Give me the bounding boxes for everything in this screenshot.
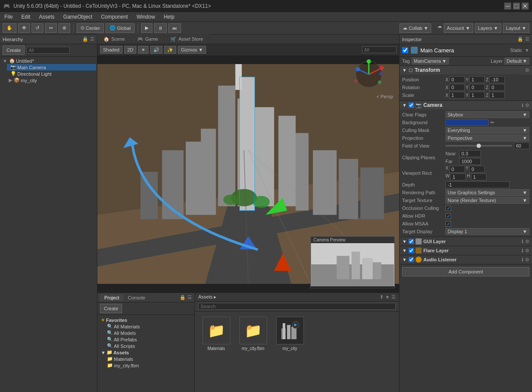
- tree-item-untitled[interactable]: ▼ 🏠 Untitled*: [1, 58, 96, 64]
- assets-menu-icon[interactable]: ☰: [391, 294, 396, 300]
- tree-item-mycity[interactable]: ▶ 📦 my_city: [7, 77, 96, 84]
- transform-header[interactable]: ▼ ⬡ Transform ⚙: [400, 66, 532, 74]
- pos-y-input[interactable]: [469, 76, 485, 83]
- hierarchy-menu-icon[interactable]: ☰: [90, 36, 94, 42]
- background-swatch[interactable]: [445, 119, 489, 125]
- pos-x-input[interactable]: [449, 76, 465, 83]
- assets-materials[interactable]: 📁 Materials: [105, 356, 193, 362]
- near-input[interactable]: [459, 150, 481, 157]
- tool-move[interactable]: ✥: [18, 23, 30, 33]
- favorites-models[interactable]: 🔍 All Models: [105, 330, 193, 336]
- layout-button[interactable]: Layout ▼: [503, 23, 529, 33]
- targettex-dropdown[interactable]: None (Render Texture) ▼: [445, 197, 529, 204]
- vp-y-input[interactable]: [469, 166, 485, 173]
- menu-assets[interactable]: Assets: [35, 13, 59, 21]
- favorites-header[interactable]: ★ Favorites: [99, 317, 193, 323]
- audiolistener-settings-icon[interactable]: ⚙: [525, 257, 529, 263]
- gizmos-button[interactable]: Gizmos ▼: [178, 46, 206, 54]
- tree-item-dirlight[interactable]: 💡 Directional Light: [7, 71, 96, 77]
- inspector-lock-icon[interactable]: 🔒: [517, 36, 523, 42]
- flarelayer-checkbox[interactable]: [409, 248, 414, 253]
- favorites-materials[interactable]: 🔍 All Materials: [105, 323, 193, 330]
- allowmsaa-checkbox[interactable]: ✓: [445, 221, 451, 227]
- guilayer-info-icon[interactable]: ℹ: [522, 239, 523, 244]
- tool-hand[interactable]: ✋: [3, 23, 16, 33]
- asset-materials[interactable]: 📁 Materials: [200, 317, 232, 351]
- fov-input[interactable]: [514, 142, 529, 149]
- assets-search[interactable]: [198, 303, 396, 310]
- projection-dropdown[interactable]: Perspective ▼: [445, 135, 529, 141]
- favorites-scripts[interactable]: 🔍 All Scripts: [105, 343, 193, 349]
- camera-header[interactable]: ▼ 📷 Camera ℹ ⚙: [400, 101, 532, 109]
- renderpath-dropdown[interactable]: Use Graphics Settings ▼: [445, 189, 529, 196]
- flarelayer-info-icon[interactable]: ℹ: [522, 248, 523, 254]
- hierarchy-search[interactable]: [26, 47, 70, 54]
- play-button[interactable]: ▶: [141, 23, 152, 33]
- menu-edit[interactable]: Edit: [17, 13, 35, 21]
- camera-settings-icon[interactable]: ⚙: [525, 103, 529, 108]
- static-dropdown-icon[interactable]: ▼: [525, 48, 529, 53]
- minimize-button[interactable]: ─: [504, 3, 511, 10]
- cullingmask-dropdown[interactable]: Everything ▼: [445, 127, 529, 134]
- scale-z-input[interactable]: [489, 92, 505, 99]
- menu-window[interactable]: Window: [132, 13, 159, 21]
- scene-area[interactable]: Shaded 2D ☀ 🔊 ✨ Gizmos ▼: [97, 44, 399, 292]
- clearflags-dropdown[interactable]: Skybox ▼: [445, 111, 529, 118]
- tree-item-maincamera[interactable]: 📷 Main Camera: [7, 64, 96, 71]
- vp-w-input[interactable]: [450, 174, 466, 180]
- tab-game[interactable]: 🎮 Game: [131, 34, 164, 44]
- fov-slider-track[interactable]: [445, 145, 512, 147]
- maximize-button[interactable]: □: [513, 3, 520, 10]
- assets-mycityfbm[interactable]: 📁 my_city.fbm: [105, 362, 193, 369]
- assets-sync-icon[interactable]: ⬆: [380, 294, 384, 300]
- asset-mycity[interactable]: my_city: [274, 317, 306, 351]
- menu-file[interactable]: File: [0, 13, 17, 21]
- hierarchy-create-button[interactable]: Create: [3, 45, 25, 55]
- camera-info-icon[interactable]: ℹ: [522, 103, 523, 108]
- rot-z-input[interactable]: [489, 84, 505, 91]
- layer-dropdown[interactable]: Default ▼: [504, 58, 529, 64]
- rot-y-input[interactable]: [469, 84, 485, 91]
- favorites-prefabs[interactable]: 🔍 All Prefabs: [105, 336, 193, 343]
- account-button[interactable]: Account ▼: [444, 23, 473, 33]
- inspector-menu-icon[interactable]: ☰: [525, 36, 529, 42]
- audiolistener-info-icon[interactable]: ℹ: [522, 257, 523, 263]
- occlusion-checkbox[interactable]: ✓: [445, 206, 451, 211]
- tag-dropdown[interactable]: MainCamera ▼: [412, 58, 449, 64]
- pause-button[interactable]: ⏸: [154, 23, 167, 33]
- depth-input[interactable]: [445, 181, 509, 188]
- camera-enable-checkbox[interactable]: [409, 103, 414, 108]
- scale-y-input[interactable]: [469, 92, 485, 99]
- menu-component[interactable]: Component: [97, 13, 132, 21]
- menu-help[interactable]: Help: [159, 13, 179, 21]
- tool-rect[interactable]: ⊕: [58, 23, 70, 33]
- menu-gameobject[interactable]: GameObject: [59, 13, 97, 21]
- project-menu-icon[interactable]: ☰: [187, 295, 192, 300]
- pos-z-input[interactable]: [489, 76, 505, 83]
- layers-button[interactable]: Layers ▼: [475, 23, 501, 33]
- project-create-button[interactable]: Create: [100, 304, 122, 313]
- vp-h-input[interactable]: [471, 174, 487, 180]
- color-picker-icon[interactable]: ✏: [490, 120, 494, 125]
- transform-settings-icon[interactable]: ⚙: [525, 67, 529, 73]
- add-component-button[interactable]: Add Component: [402, 267, 529, 276]
- view-2d-button[interactable]: 2D: [124, 46, 136, 54]
- collab-button[interactable]: ☁ Collab ▼: [400, 23, 431, 33]
- asset-mycityfbm[interactable]: 📁 my_city.fbm: [237, 317, 269, 351]
- audiolistener-header[interactable]: ▼ Audio Listener ℹ ⚙: [400, 255, 532, 264]
- project-lock-icon[interactable]: 🔒: [180, 295, 186, 300]
- tool-scale[interactable]: ⇔: [45, 23, 57, 33]
- hierarchy-lock-icon[interactable]: 🔒: [82, 36, 88, 42]
- close-button[interactable]: ✕: [522, 3, 529, 10]
- step-button[interactable]: ⏭: [168, 23, 181, 33]
- flarelayer-header[interactable]: ▼ Flare Layer ℹ ⚙: [400, 246, 532, 255]
- guilayer-settings-icon[interactable]: ⚙: [525, 239, 529, 244]
- tab-assetstore[interactable]: 🛒 Asset Store: [164, 34, 210, 44]
- assets-star-icon[interactable]: ★: [385, 294, 390, 300]
- rot-x-input[interactable]: [449, 84, 465, 91]
- vp-x-input[interactable]: [449, 166, 465, 173]
- flarelayer-settings-icon[interactable]: ⚙: [525, 248, 529, 254]
- scene-audio-button[interactable]: 🔊: [150, 46, 162, 54]
- tool-rotate[interactable]: ↺: [32, 23, 43, 33]
- pivot-global-button[interactable]: 🌐 Global: [106, 23, 135, 33]
